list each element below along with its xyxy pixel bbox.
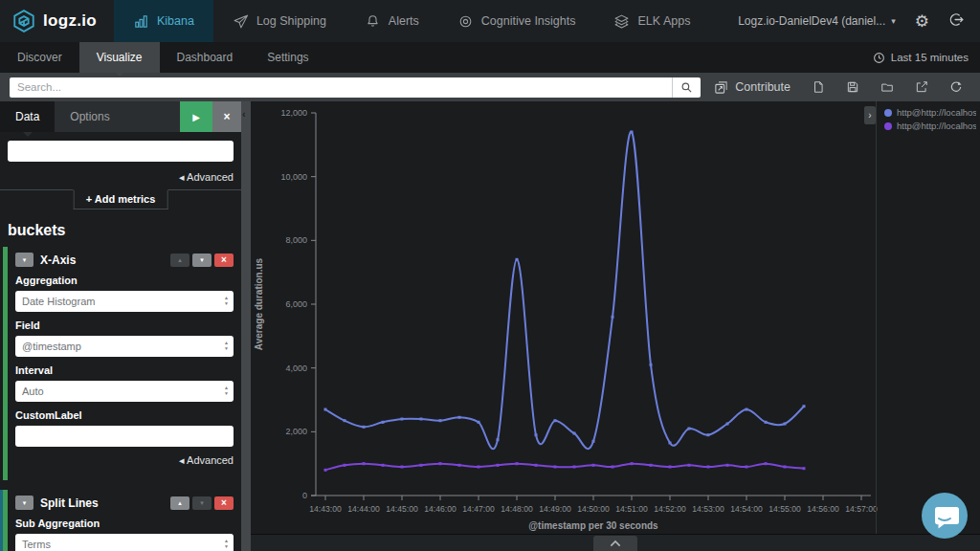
chat-bubble-icon	[922, 493, 968, 539]
move-down-button[interactable]: ▾	[192, 253, 212, 267]
logzio-logo[interactable]: logz.io	[0, 0, 114, 42]
spy-panel-toggle[interactable]	[593, 536, 637, 551]
tab-options[interactable]: Options	[55, 101, 124, 132]
interval-select[interactable]: Auto ▲▼	[15, 381, 234, 402]
contribute-button[interactable]: Contribute	[714, 80, 791, 95]
top-navbar: logz.io Kibana Log Shipping Alerts	[0, 0, 980, 42]
svg-text:2,000: 2,000	[285, 427, 307, 436]
bucket-advanced-link[interactable]: ◂ Advanced	[15, 447, 234, 473]
collapse-chevron-icon[interactable]: ▾	[15, 253, 33, 267]
kibana-subnav: Discover Visualize Dashboard Settings La…	[0, 42, 980, 73]
select-value: Auto	[22, 386, 44, 397]
metrics-advanced-link[interactable]: ◂ Advanced	[0, 164, 241, 189]
svg-text:4,000: 4,000	[285, 364, 307, 373]
kibana-bars-icon	[133, 13, 149, 30]
account-name: Logz.io-DanielDev4 (daniel...	[738, 14, 885, 28]
tab-data[interactable]: Data	[0, 101, 55, 132]
svg-text:14:57:00: 14:57:00	[845, 504, 878, 514]
svg-text:14:50:00: 14:50:00	[577, 504, 610, 514]
legend-toggle[interactable]: ›	[864, 106, 876, 124]
svg-text:14:54:00: 14:54:00	[730, 504, 763, 514]
time-picker[interactable]: Last 15 minutes	[873, 42, 980, 73]
spy-panel-bar	[251, 534, 980, 551]
svg-text:6,000: 6,000	[285, 299, 307, 309]
new-visualization-icon[interactable]	[812, 80, 825, 94]
tab-visualize[interactable]: Visualize	[79, 42, 160, 73]
account-menu[interactable]: Logz.io-DanielDev4 (daniel... ▾	[738, 14, 896, 28]
topnav-right: Logz.io-DanielDev4 (daniel... ▾ ⚙	[738, 0, 980, 42]
nav-label: Cognitive Insights	[481, 14, 576, 28]
move-down-button[interactable]: ▾	[192, 496, 212, 510]
aggregation-select[interactable]: Date Histogram ▲▼	[15, 291, 234, 312]
main-content: Data Options ▶ × ◂ Advanced + Add metric…	[0, 101, 980, 551]
search-input[interactable]	[10, 77, 672, 98]
refresh-icon[interactable]	[949, 80, 963, 94]
field-label: CustomLabel	[15, 409, 234, 421]
save-icon[interactable]	[846, 80, 859, 94]
nav-label: ELK Apps	[637, 14, 690, 28]
nav-item-log-shipping[interactable]: Log Shipping	[213, 0, 345, 42]
tab-label: Discover	[17, 51, 62, 64]
apply-changes-button[interactable]: ▶	[180, 101, 212, 132]
play-icon: ▶	[192, 112, 200, 122]
section-buttons: ▴ ▾ ×	[170, 253, 234, 267]
support-chat-button[interactable]	[922, 493, 968, 539]
svg-text:10,000: 10,000	[280, 172, 307, 182]
insight-eye-icon	[457, 13, 474, 30]
clock-icon	[873, 52, 885, 64]
nav-item-elk-apps[interactable]: ELK Apps	[594, 0, 709, 42]
field-label: Field	[15, 320, 234, 331]
field-select[interactable]: @timestamp ▲▼	[15, 336, 234, 357]
section-header: ▾ Split Lines ▴ ▾ ×	[15, 496, 234, 510]
field-label: Sub Aggregation	[15, 518, 234, 529]
logzio-hexagon-icon	[11, 9, 36, 33]
nav-item-alerts[interactable]: Alerts	[345, 0, 438, 42]
contribute-label: Contribute	[735, 80, 791, 94]
section-title: Split Lines	[40, 496, 99, 510]
tab-label: Visualize	[97, 51, 143, 64]
nav-item-kibana[interactable]: Kibana	[114, 0, 213, 42]
legend-item[interactable]: http@http://localhost:...	[884, 121, 976, 131]
contribute-icon	[714, 80, 728, 95]
svg-text:14:43:00: 14:43:00	[309, 504, 342, 514]
field-label: Interval	[15, 364, 234, 376]
logout-icon[interactable]	[948, 11, 965, 32]
select-value: Terms	[22, 539, 51, 550]
nav-item-cognitive-insights[interactable]: Cognitive Insights	[438, 0, 595, 42]
remove-bucket-button[interactable]: ×	[214, 253, 234, 267]
custom-label-input[interactable]	[15, 426, 234, 447]
svg-text:8,000: 8,000	[285, 235, 307, 245]
share-icon[interactable]	[915, 80, 928, 94]
vis-toolbar-icons	[804, 80, 970, 94]
legend-item[interactable]: http@http://localhost:...	[884, 107, 976, 118]
search-button[interactable]	[672, 77, 701, 98]
move-up-button[interactable]: ▴	[170, 253, 189, 267]
add-metrics-button[interactable]: + Add metrics	[74, 189, 168, 209]
split-lines-inner: ▾ Split Lines ▴ ▾ × Sub Aggregation Term…	[3, 490, 241, 551]
svg-text:Average duration.us: Average duration.us	[254, 257, 264, 350]
move-up-button[interactable]: ▴	[170, 496, 189, 510]
nav-label: Log Shipping	[256, 14, 326, 28]
discard-changes-button[interactable]: ×	[212, 101, 241, 132]
brand-name: logz.io	[43, 11, 97, 31]
sidebar-collapse-handle[interactable]: ‹	[241, 101, 251, 551]
metric-custom-label-input[interactable]	[8, 141, 234, 162]
svg-text:14:55:00: 14:55:00	[768, 504, 801, 514]
svg-text:14:46:00: 14:46:00	[424, 504, 457, 514]
svg-text:14:52:00: 14:52:00	[654, 504, 686, 514]
editor-tabs: Data Options ▶ ×	[0, 101, 241, 132]
open-folder-icon[interactable]	[880, 80, 894, 94]
tab-discover[interactable]: Discover	[0, 42, 79, 73]
svg-text:0: 0	[302, 491, 307, 500]
query-toolbar: Contribute	[0, 73, 980, 101]
svg-text:14:48:00: 14:48:00	[501, 504, 533, 514]
tab-settings[interactable]: Settings	[250, 42, 325, 73]
gear-icon[interactable]: ⚙	[915, 11, 929, 31]
collapse-chevron-icon[interactable]: ▾	[15, 496, 33, 510]
remove-bucket-button[interactable]: ×	[214, 496, 234, 510]
nav-label: Kibana	[157, 14, 194, 28]
tab-dashboard[interactable]: Dashboard	[160, 42, 251, 73]
sub-aggregation-select[interactable]: Terms ▲▼	[15, 534, 234, 551]
line-chart[interactable]: 02,0004,0006,0008,00010,00012,00014:43:0…	[251, 101, 980, 534]
svg-text:14:47:00: 14:47:00	[462, 504, 495, 514]
